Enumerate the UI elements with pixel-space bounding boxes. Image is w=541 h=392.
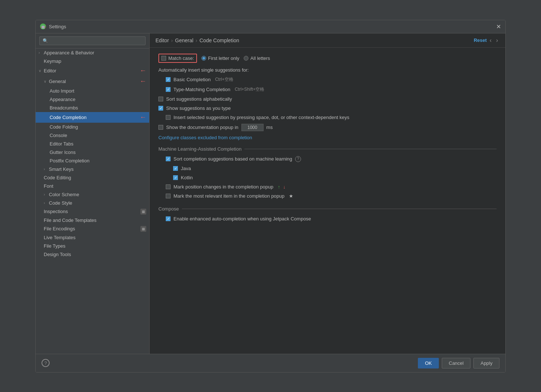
bottom-bar: ? OK Cancel Apply <box>36 354 505 372</box>
configure-link-row: Configure classes excluded from completi… <box>158 135 497 140</box>
match-case-section: Match case: First letter only All letter… <box>158 54 497 63</box>
forward-button[interactable]: › <box>495 37 499 44</box>
sidebar-item-label: File and Code Templates <box>44 217 146 223</box>
search-input[interactable] <box>39 36 146 45</box>
badge-icon: ▦ <box>140 209 146 215</box>
sidebar-item-file-code-templates[interactable]: File and Code Templates <box>36 216 149 224</box>
sidebar-item-smart-keys[interactable]: › Smart Keys <box>36 165 149 173</box>
type-matching-label: Type-Matching Completion <box>173 87 230 92</box>
sidebar-item-appearance[interactable]: Appearance <box>36 95 149 104</box>
mark-position-checkbox[interactable] <box>166 184 171 189</box>
cancel-button[interactable]: Cancel <box>442 358 470 368</box>
basic-completion-checkbox[interactable] <box>166 77 171 82</box>
sidebar-item-inspections[interactable]: Inspections ▦ <box>36 207 149 216</box>
sidebar-item-appearance-behavior[interactable]: › Appearance & Behavior <box>36 48 149 57</box>
sidebar-item-file-types[interactable]: File Types <box>36 242 149 250</box>
sidebar-item-gutter-icons[interactable]: Gutter Icons <box>36 148 149 157</box>
sidebar-item-font[interactable]: Font <box>36 182 149 190</box>
show-as-type-row: Show suggestions as you type <box>158 105 497 111</box>
window-title: Settings <box>49 24 66 29</box>
match-case-checkbox[interactable] <box>161 56 166 61</box>
help-button[interactable]: ? <box>42 359 50 367</box>
show-as-type-label: Show suggestions as you type <box>166 105 231 111</box>
sidebar-item-general[interactable]: ∨ General ← <box>36 76 149 87</box>
sidebar-item-label: Design Tools <box>44 252 146 257</box>
sidebar-item-keymap[interactable]: Keymap <box>36 57 149 65</box>
sidebar-item-code-editing[interactable]: Code Editing <box>36 173 149 182</box>
sidebar-item-console[interactable]: Console <box>36 131 149 140</box>
back-button[interactable]: ‹ <box>488 37 493 44</box>
type-matching-row: Type-Matching Completion Ctrl+Shift+空格 <box>158 86 497 93</box>
basic-completion-shortcut: Ctrl+空格 <box>215 76 233 83</box>
radio-group: First letter only All letters <box>201 55 270 61</box>
doc-popup-checkbox[interactable] <box>158 125 163 130</box>
sidebar-item-label: Font <box>44 183 146 189</box>
show-as-type-checkbox[interactable] <box>158 106 163 111</box>
app-icon: 🤖 <box>40 24 46 29</box>
java-checkbox[interactable] <box>173 166 178 171</box>
mark-position-label: Mark position changes in the completion … <box>173 184 273 190</box>
sidebar-item-label: Appearance & Behavior <box>44 50 146 55</box>
sidebar-item-code-completion[interactable]: Code Completion ← <box>36 112 149 123</box>
sidebar-item-postfix-completion[interactable]: Postfix Completion <box>36 157 149 165</box>
breadcrumb: Editor › General › Code Completion <box>155 37 239 43</box>
sidebar-item-design-tools[interactable]: Design Tools <box>36 250 149 259</box>
ml-sort-checkbox[interactable] <box>166 157 171 161</box>
sidebar-item-label: File Encodings <box>44 226 139 231</box>
match-case-box: Match case: <box>158 54 197 63</box>
sidebar-item-code-style[interactable]: › Code Style <box>36 199 149 207</box>
radio-first-letter[interactable]: First letter only <box>201 55 239 61</box>
title-bar: 🤖 Settings ✕ <box>36 20 505 33</box>
ok-button[interactable]: OK <box>418 358 439 368</box>
java-label: Java <box>181 166 191 171</box>
sidebar-item-live-templates[interactable]: Live Templates <box>36 233 149 242</box>
help-icon[interactable]: ? <box>295 156 301 162</box>
sidebar-item-auto-import[interactable]: Auto Import <box>36 87 149 95</box>
red-arrow-indicator: ← <box>140 67 146 75</box>
close-button[interactable]: ✕ <box>496 23 501 30</box>
insert-space-label: Insert selected suggestion by pressing s… <box>173 115 349 120</box>
sidebar-item-file-encodings[interactable]: File Encodings ▦ <box>36 224 149 233</box>
insert-space-row: Insert selected suggestion by pressing s… <box>158 115 497 120</box>
sidebar-item-label: Live Templates <box>44 235 146 240</box>
sidebar-item-color-scheme[interactable]: › Color Scheme <box>36 190 149 199</box>
sidebar-item-editor-tabs[interactable]: Editor Tabs <box>36 140 149 148</box>
sidebar-item-label: Keymap <box>44 58 146 64</box>
radio-all-letters[interactable]: All letters <box>244 55 270 61</box>
up-arrow-icon: ↑ <box>278 184 280 190</box>
breadcrumb-bar: Editor › General › Code Completion Reset… <box>150 33 505 48</box>
mark-relevant-checkbox[interactable] <box>166 194 171 198</box>
sidebar-item-label: General <box>49 79 140 84</box>
sidebar-tree: › Appearance & Behavior Keymap ∨ Editor … <box>36 48 149 354</box>
divider-line <box>182 209 497 209</box>
radio-first-letter-label: First letter only <box>208 55 239 61</box>
sidebar-item-code-folding[interactable]: Code Folding <box>36 123 149 131</box>
mark-relevant-label: Mark the most relevant item in the compl… <box>173 193 284 199</box>
breadcrumb-general: General <box>175 37 193 43</box>
apply-button[interactable]: Apply <box>473 358 499 368</box>
compose-checkbox[interactable] <box>166 216 171 221</box>
reset-button[interactable]: Reset <box>474 37 487 43</box>
sidebar-item-label: Code Style <box>49 200 146 206</box>
compose-section-divider: Compose <box>158 206 497 212</box>
title-bar-left: 🤖 Settings <box>40 24 66 29</box>
doc-popup-row: Show the documentation popup in ms <box>158 124 497 131</box>
kotlin-checkbox[interactable] <box>173 175 178 180</box>
radio-btn-all-letters[interactable] <box>244 56 248 61</box>
insert-space-checkbox[interactable] <box>166 115 171 120</box>
compose-label: Enable enhanced auto-completion when usi… <box>173 216 311 222</box>
breadcrumb-editor: Editor <box>155 37 169 43</box>
type-matching-checkbox[interactable] <box>166 87 171 92</box>
sidebar-item-label: Code Folding <box>50 124 146 130</box>
sidebar-item-breadcrumbs[interactable]: Breadcrumbs <box>36 104 149 112</box>
kotlin-row: Kotlin <box>158 175 497 180</box>
settings-dialog: 🤖 Settings ✕ › Appearance & Behavior Key… <box>35 20 506 373</box>
radio-btn-first-letter[interactable] <box>201 56 206 61</box>
java-row: Java <box>158 166 497 171</box>
dialog-body: › Appearance & Behavior Keymap ∨ Editor … <box>36 33 505 354</box>
doc-popup-input[interactable] <box>241 124 264 131</box>
auto-insert-label: Automatically insert single suggestions … <box>158 67 249 73</box>
sidebar-item-editor[interactable]: ∨ Editor ← <box>36 65 149 76</box>
configure-classes-link[interactable]: Configure classes excluded from completi… <box>158 135 252 140</box>
sort-alpha-checkbox[interactable] <box>158 97 163 101</box>
